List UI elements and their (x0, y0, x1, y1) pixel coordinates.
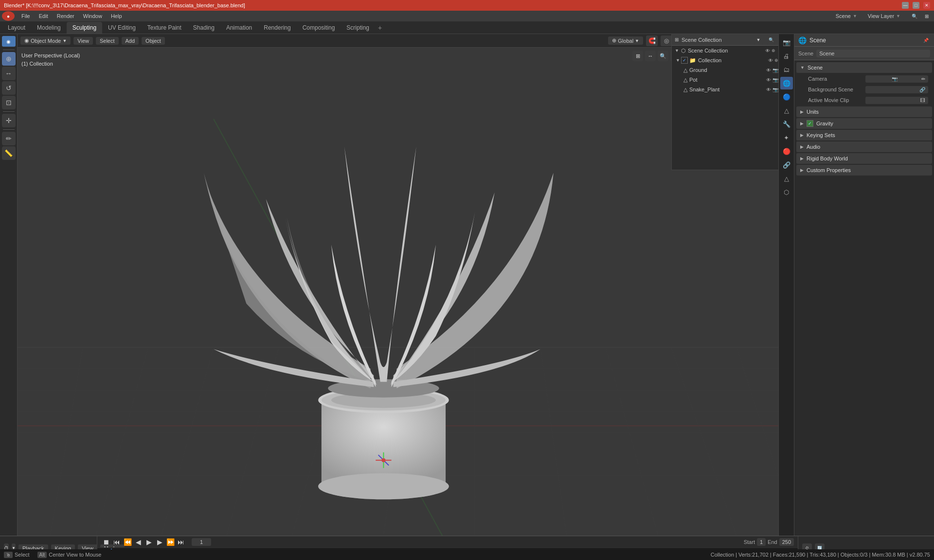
prev-frame-btn[interactable]: ◀ (133, 537, 143, 547)
scene-collection-eye: 👁 (765, 48, 770, 53)
tab-scripting[interactable]: Scripting (341, 22, 375, 34)
next-frame-btn[interactable]: ▶ (155, 537, 164, 547)
titlebar: Blender* [K:\!!!conv_3\17\Dracaena_Trifa… (0, 0, 934, 11)
snap-icon: 🧲 (648, 37, 656, 44)
outliner-collection[interactable]: ▼ ✓ 📁 Collection 👁 ⊕ (672, 55, 778, 65)
menubar-icon-1[interactable]: 🔍 (909, 11, 920, 21)
object-menu-btn[interactable]: Object (142, 37, 165, 45)
outliner-filter-btn[interactable]: ▼ (754, 35, 763, 44)
prop-data-icon[interactable]: △ (780, 172, 793, 185)
background-scene-value[interactable]: 🔗 (865, 86, 929, 93)
collection-check[interactable]: ✓ (681, 57, 688, 64)
viewport-tool-2-icon: ↔ (648, 53, 653, 59)
menubar-icon-2[interactable]: ⊞ (921, 11, 932, 21)
transform-tool[interactable]: ✛ (2, 114, 16, 127)
menu-help[interactable]: Help (107, 12, 126, 20)
jump-start-icon: ⏮ (113, 538, 120, 546)
audio-section-header[interactable]: ▶ Audio (796, 141, 932, 152)
viewport-tool-2[interactable]: ↔ (645, 51, 656, 61)
object-mode-btn[interactable]: ◉ Object Mode ▼ (20, 36, 71, 45)
tab-modeling[interactable]: Modeling (31, 22, 67, 34)
current-frame-field[interactable]: 1 (192, 538, 211, 546)
scene-selector[interactable]: Scene ▼ (832, 12, 861, 20)
viewport-3d[interactable]: User Perspective (Local) (1) Collection … (18, 48, 778, 536)
prop-object-icon[interactable]: △ (780, 104, 793, 117)
rigid-body-label: Rigid Body World (807, 156, 848, 161)
pin-icon: 📌 (923, 38, 929, 43)
scene-collection-row[interactable]: ▼ ⬡ Scene Collection 👁 ⊕ (672, 46, 778, 55)
jump-start-btn[interactable]: ⏮ (112, 537, 122, 547)
prop-view-layer-icon[interactable]: 🗂 (780, 63, 793, 76)
outliner-pot[interactable]: △ Pot 👁 📷 (672, 75, 778, 85)
snap-btn[interactable]: 🧲 (646, 35, 658, 46)
proportional-edit-btn[interactable]: ◎ (661, 35, 672, 46)
tab-texture-paint[interactable]: Texture Paint (142, 22, 187, 34)
transform-orientation-btn[interactable]: ⊕ Global ▼ (608, 36, 643, 45)
scene-section-header[interactable]: ▼ Scene (796, 62, 932, 73)
add-menu-btn[interactable]: Add (122, 37, 139, 45)
tab-add-btn[interactable]: + (375, 23, 385, 33)
menu-window[interactable]: Window (79, 12, 106, 20)
jump-end-btn[interactable]: ⏭ (176, 537, 186, 547)
units-section-header[interactable]: ▶ Units (796, 106, 932, 117)
rotate-tool[interactable]: ↺ (2, 81, 16, 95)
prev-frame-icon: ◀ (136, 538, 141, 546)
close-btn[interactable]: ✕ (923, 2, 930, 9)
next-keyframe-btn[interactable]: ⏩ (165, 537, 175, 547)
prop-material-icon[interactable]: ⬡ (780, 186, 793, 198)
viewport-tool-3[interactable]: 🔍 (658, 51, 668, 61)
menu-edit[interactable]: Edit (35, 12, 52, 20)
background-scene-browse-icon: 🔗 (919, 87, 925, 92)
prop-modifier-icon[interactable]: 🔧 (780, 118, 793, 130)
select-menu-btn[interactable]: Select (96, 37, 119, 45)
end-frame-field[interactable]: 250 (779, 538, 794, 546)
rigid-body-section-header[interactable]: ▶ Rigid Body World (796, 153, 932, 164)
gravity-section-header[interactable]: ▶ ✓ Gravity (796, 118, 932, 129)
measure-tool[interactable]: 📏 (2, 146, 16, 160)
menu-render[interactable]: Render (53, 12, 78, 20)
prop-output-icon[interactable]: 🖨 (780, 50, 793, 62)
menu-file[interactable]: File (18, 12, 34, 20)
prop-particles-icon[interactable]: ✦ (780, 131, 793, 144)
tab-shading[interactable]: Shading (187, 22, 220, 34)
tab-compositing[interactable]: Compositing (297, 22, 341, 34)
move-tool[interactable]: ↔ (2, 67, 16, 80)
tab-animation[interactable]: Animation (220, 22, 258, 34)
mode-btn[interactable]: ◉ (2, 36, 16, 47)
annotate-tool[interactable]: ✏ (2, 132, 16, 145)
custom-props-section-header[interactable]: ▶ Custom Properties (796, 165, 932, 175)
prop-world-icon[interactable]: 🔵 (780, 90, 793, 103)
tab-rendering[interactable]: Rendering (258, 22, 296, 34)
view-layer-selector[interactable]: View Layer ▼ (864, 12, 904, 20)
start-frame-field[interactable]: 1 (757, 538, 766, 546)
minimize-btn[interactable]: — (902, 2, 909, 9)
outliner-ground[interactable]: △ Ground 👁 📷 (672, 65, 778, 75)
gravity-checkbox[interactable]: ✓ (807, 120, 813, 127)
cursor-tool[interactable]: ⊕ (2, 52, 16, 66)
scene-name-field[interactable]: Scene (816, 50, 930, 57)
properties-pin-btn[interactable]: 📌 (921, 36, 930, 45)
outliner-search-btn[interactable]: 🔍 (767, 35, 775, 44)
prop-scene-icon[interactable]: 🌐 (780, 77, 793, 89)
collection-label: (1) Collection (21, 60, 80, 68)
tab-sculpting[interactable]: Sculpting (67, 22, 102, 34)
movie-clip-value[interactable]: 🎞 (865, 97, 929, 104)
tab-layout[interactable]: Layout (2, 22, 31, 34)
viewport-tool-1[interactable]: ⊞ (632, 51, 643, 61)
keying-sets-section-header[interactable]: ▶ Keying Sets (796, 130, 932, 140)
play-btn[interactable]: ▶ (144, 537, 154, 547)
prop-render-icon[interactable]: 📷 (780, 36, 793, 49)
outliner-snake-plant[interactable]: △ Snake_Plant 👁 📷 (672, 85, 778, 94)
camera-value[interactable]: 📷 ✏ (865, 75, 929, 83)
scale-tool[interactable]: ⊡ (2, 96, 16, 109)
maximize-btn[interactable]: □ (913, 2, 919, 9)
prop-physics-icon[interactable]: 🔴 (780, 145, 793, 158)
prop-constraints-icon[interactable]: 🔗 (780, 158, 793, 171)
view-layer-prop-icon: 🗂 (783, 66, 790, 73)
prev-keyframe-btn[interactable]: ⏪ (123, 537, 132, 547)
tab-uv-editing[interactable]: UV Editing (102, 22, 142, 34)
properties-main-content: 🌐 Scene 📌 Scene Scene ▼ Scene (794, 34, 934, 536)
stop-btn[interactable]: ⏹ (101, 537, 111, 547)
view-menu-btn[interactable]: View (73, 37, 93, 45)
properties-content: ▼ Scene Camera 📷 ✏ Backgroun (794, 60, 934, 536)
